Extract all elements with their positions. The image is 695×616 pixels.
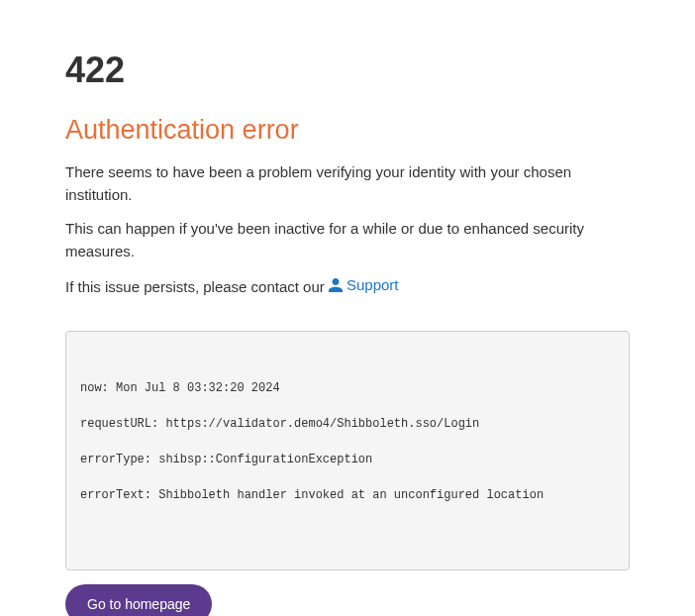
error-details-block: now: Mon Jul 8 03:32:20 2024 requestURL:… <box>65 331 630 570</box>
go-to-homepage-button[interactable]: Go to homepage <box>65 584 212 616</box>
error-description-1: There seems to have been a problem verif… <box>65 161 630 206</box>
error-code: 422 <box>65 50 630 91</box>
error-title: Authentication error <box>65 115 630 146</box>
error-description-3: If this issue persists, please contact o… <box>65 274 630 299</box>
support-link[interactable]: Support <box>329 274 399 297</box>
person-icon <box>329 278 343 292</box>
support-link-text: Support <box>347 274 399 297</box>
error-description-2: This can happen if you've been inactive … <box>65 218 630 262</box>
support-prefix-text: If this issue persists, please contact o… <box>65 278 329 295</box>
